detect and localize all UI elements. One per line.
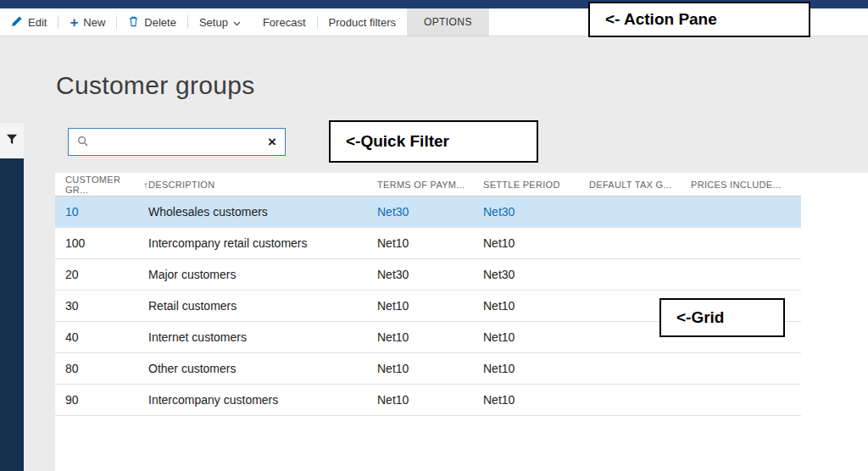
cell-settle-period[interactable]: Net10 <box>483 299 589 313</box>
cell-settle-period[interactable]: Net10 <box>483 362 589 375</box>
column-header-customer-group[interactable]: CUSTOMER GR... ↑ <box>55 175 148 195</box>
edit-button[interactable]: Edit <box>0 8 58 36</box>
cell-description[interactable]: Other customers <box>148 362 377 375</box>
cell-description[interactable]: Wholesales customers <box>148 205 377 219</box>
annotation-action-pane: <- Action Pane <box>588 2 810 37</box>
annotation-action-pane-text: <- Action Pane <box>605 10 717 29</box>
cell-description[interactable]: Major customers <box>148 268 377 281</box>
cell-terms-of-payment[interactable]: Net10 <box>377 236 483 250</box>
column-header-prices-include[interactable]: PRICES INCLUDE... <box>691 180 801 190</box>
options-tab-label: OPTIONS <box>424 16 472 28</box>
cell-terms-of-payment[interactable]: Net30 <box>377 268 483 281</box>
cell-description[interactable]: Internet customers <box>148 330 377 344</box>
new-button-label: New <box>83 16 105 29</box>
cell-customer-group[interactable]: 100 <box>55 236 148 250</box>
search-icon <box>77 135 88 150</box>
setup-menu-label: Setup <box>199 16 228 29</box>
cell-settle-period[interactable]: Net10 <box>483 393 589 407</box>
cell-description[interactable]: Intercompany customers <box>148 393 377 407</box>
column-header-terms-of-payment[interactable]: TERMS OF PAYM... <box>377 180 483 190</box>
annotation-quick-filter: <-Quick Filter <box>329 120 538 163</box>
trash-icon <box>128 15 139 30</box>
product-filters-label: Product filters <box>329 16 396 29</box>
table-row[interactable]: 90 Intercompany customers Net10 Net10 <box>55 385 801 416</box>
cell-customer-group[interactable]: 30 <box>55 299 148 313</box>
cell-terms-of-payment[interactable]: Net10 <box>377 299 483 313</box>
table-row[interactable]: 100 Intercompany retail customers Net10 … <box>55 228 801 259</box>
cell-terms-of-payment[interactable]: Net10 <box>377 362 483 375</box>
clear-filter-icon[interactable]: × <box>268 135 276 149</box>
edit-button-label: Edit <box>28 16 47 29</box>
tab-options[interactable]: OPTIONS <box>407 8 489 36</box>
cell-description[interactable]: Retail customers <box>148 299 377 313</box>
annotation-quick-filter-text: <-Quick Filter <box>346 132 449 151</box>
new-button[interactable]: + New <box>58 8 116 36</box>
column-header-settle-period[interactable]: SETTLE PERIOD <box>483 180 589 190</box>
cell-settle-period[interactable]: Net30 <box>483 268 589 281</box>
chevron-down-icon <box>233 16 241 29</box>
open-filter-pane-button[interactable] <box>0 123 24 158</box>
cell-terms-of-payment[interactable]: Net30 <box>377 205 483 219</box>
quick-filter: × <box>68 128 286 156</box>
annotation-grid-text: <-Grid <box>676 308 724 327</box>
column-header-default-tax-group[interactable]: DEFAULT TAX G... <box>589 180 691 190</box>
edit-icon <box>11 15 23 30</box>
delete-button-label: Delete <box>144 16 176 29</box>
cell-settle-period[interactable]: Net10 <box>483 236 589 250</box>
cell-settle-period[interactable]: Net10 <box>483 330 589 344</box>
cell-customer-group[interactable]: 20 <box>55 268 148 281</box>
forecast-button-label: Forecast <box>263 16 306 29</box>
cell-customer-group[interactable]: 90 <box>55 393 148 407</box>
cell-description[interactable]: Intercompany retail customers <box>148 236 377 250</box>
table-row[interactable]: 10 Wholesales customers Net30 Net30 <box>55 197 801 228</box>
cell-customer-group[interactable]: 80 <box>55 362 148 375</box>
cell-customer-group[interactable]: 40 <box>55 330 148 344</box>
product-filters-button[interactable]: Product filters <box>318 8 407 36</box>
quick-filter-input[interactable] <box>95 136 261 148</box>
column-header-description[interactable]: DESCRIPTION <box>148 180 377 190</box>
cell-settle-period[interactable]: Net30 <box>483 205 589 219</box>
forecast-button[interactable]: Forecast <box>252 8 317 36</box>
filter-funnel-icon <box>6 133 18 148</box>
plus-icon: + <box>70 15 78 30</box>
cell-customer-group[interactable]: 10 <box>55 205 148 219</box>
filter-pane-rail <box>0 123 24 471</box>
table-row[interactable]: 80 Other customers Net10 Net10 <box>55 353 801 385</box>
setup-menu-button[interactable]: Setup <box>188 8 252 36</box>
cell-terms-of-payment[interactable]: Net10 <box>377 393 483 407</box>
delete-button[interactable]: Delete <box>117 8 187 36</box>
page-title: Customer groups <box>56 71 255 100</box>
cell-terms-of-payment[interactable]: Net10 <box>377 330 483 344</box>
table-row[interactable]: 20 Major customers Net30 Net30 <box>55 259 801 291</box>
annotation-grid: <-Grid <box>659 298 785 337</box>
grid-header-row: CUSTOMER GR... ↑ DESCRIPTION TERMS OF PA… <box>55 173 801 197</box>
